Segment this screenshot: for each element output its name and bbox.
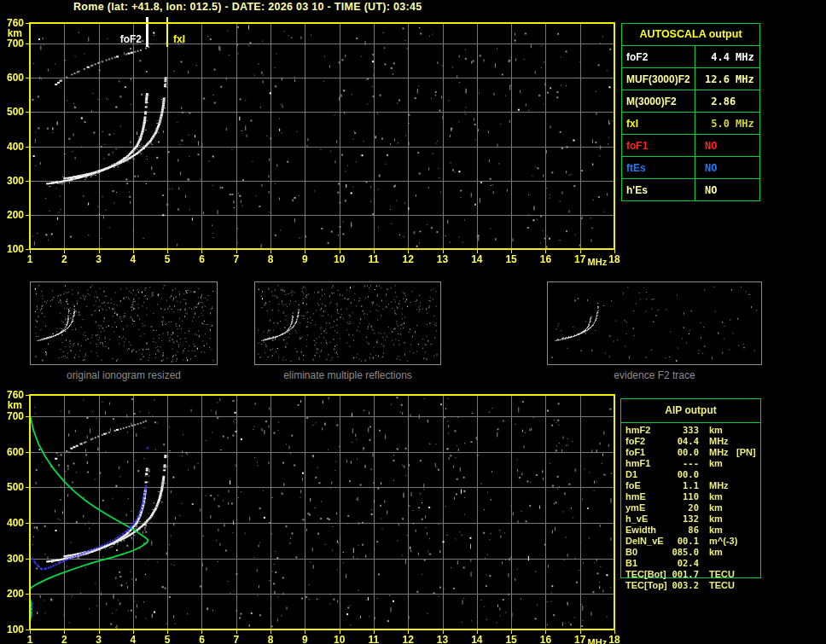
param-value: 02.4	[665, 558, 699, 568]
main-ionogram-plot	[0, 13, 623, 269]
param-name: B1	[625, 558, 637, 568]
param-unit: km	[709, 502, 723, 513]
table-row: D100.0	[620, 469, 761, 480]
thumbnail-eliminate-canvas	[255, 282, 440, 364]
autoscala-output-title: AUTOSCALA output	[622, 24, 759, 46]
param-value: 003.2	[665, 580, 699, 590]
param-name: h_vE	[625, 513, 648, 524]
table-row: B0085.0km	[620, 547, 761, 558]
param-value: 085.0	[665, 547, 699, 557]
param-name: B0	[625, 547, 637, 557]
thumbnail-caption: evidence F2 trace	[547, 369, 762, 381]
param-value: 132	[665, 513, 699, 524]
table-row: h_vE132km	[620, 513, 761, 525]
param-value: 5.0 MHz	[705, 118, 754, 130]
param-name: foF2	[625, 436, 645, 446]
param-name: ymE	[625, 502, 645, 513]
param-name: TEC[Bot]	[625, 569, 666, 579]
param-name: h'Es	[626, 184, 648, 196]
param-value: 00.0	[665, 469, 699, 479]
param-note: [PN]	[736, 447, 756, 457]
param-value: NO	[705, 140, 717, 152]
table-row: TEC[Bot]001.7TECU	[620, 569, 761, 580]
station-header: Rome (lat: +41.8, lon: 012.5) - DATE: 20…	[73, 1, 422, 13]
table-column-divider	[695, 45, 695, 200]
param-value: 001.7	[665, 569, 699, 579]
param-unit: TECU	[709, 569, 735, 579]
thumbnail-caption: eliminate multiple reflections	[254, 369, 441, 381]
table-row: ymE20km	[620, 502, 761, 513]
param-unit: km	[709, 525, 723, 535]
param-name: foF1	[626, 140, 648, 152]
param-name: hmF1	[625, 458, 650, 468]
param-value: 00.1	[665, 536, 699, 546]
table-row: hmF2333km	[620, 425, 761, 436]
param-name: DelN_vE	[625, 536, 664, 546]
param-value: 86	[665, 525, 699, 535]
param-unit: m^(-3)	[709, 536, 737, 546]
param-name: foE	[625, 480, 641, 490]
param-value: NO	[705, 162, 717, 174]
thumbnail-caption: original ionogram resized	[30, 369, 218, 381]
autoscala-window: Rome (lat: +41.8, lon: 012.5) - DATE: 20…	[0, 0, 826, 644]
param-name: TEC[Top]	[625, 580, 667, 590]
thumbnail-eliminate-reflections	[254, 281, 441, 365]
param-value: 4.4 MHz	[705, 51, 754, 63]
profile-ionogram-plot	[0, 388, 623, 644]
param-value: ---	[665, 458, 699, 468]
param-unit: km	[709, 425, 723, 435]
param-name: hmF2	[625, 425, 650, 435]
autoscala-output-table: AUTOSCALA output foF2 4.4 MHzMUF(3000)F2…	[621, 23, 760, 201]
thumbnail-original-canvas	[31, 282, 217, 364]
thumbnail-evidence-f2-trace	[547, 281, 762, 365]
param-unit: km	[709, 547, 723, 557]
param-value: 2.86	[705, 96, 736, 107]
param-value: 1.1	[665, 480, 699, 490]
thumbnail-evidence-canvas	[548, 282, 761, 364]
param-unit: TECU	[709, 580, 735, 590]
table-row: hmE110km	[620, 491, 761, 502]
param-name: MUF(3000)F2	[626, 73, 690, 85]
table-row: B102.4	[620, 558, 761, 569]
table-row: MUF(3000)F212.6 MHz	[622, 68, 759, 90]
param-value: NO	[705, 184, 717, 196]
param-value: 20	[665, 502, 699, 513]
param-name: fxI	[626, 118, 638, 130]
param-unit: MHz	[709, 436, 729, 446]
table-row: TEC[Top]003.2TECU	[620, 580, 761, 591]
param-value: 00.0	[665, 447, 699, 457]
param-name: foF2	[626, 51, 648, 63]
table-row: foF204.4MHz	[620, 436, 761, 447]
param-value: 04.4	[665, 436, 699, 446]
table-row: M(3000)F2 2.86	[622, 90, 759, 113]
param-unit: km	[709, 513, 723, 524]
param-name: foF1	[625, 447, 645, 457]
thumbnail-original-ionogram	[30, 281, 218, 365]
autoscala-output-rows: foF2 4.4 MHzMUF(3000)F212.6 MHzM(3000)F2…	[622, 46, 759, 200]
param-value: 333	[665, 425, 699, 435]
table-row: Ewidth86km	[620, 525, 761, 536]
param-name: M(3000)F2	[626, 96, 677, 107]
param-unit: km	[709, 458, 723, 468]
table-row: foF2 4.4 MHz	[622, 46, 759, 68]
param-value: 12.6 MHz	[705, 73, 754, 85]
param-value: 110	[665, 491, 699, 502]
table-row: hmF1---km	[620, 458, 761, 469]
table-row: fxI 5.0 MHz	[622, 113, 759, 135]
param-name: hmE	[625, 491, 646, 502]
param-name: ftEs	[626, 162, 646, 174]
param-name: Ewidth	[625, 525, 656, 535]
table-row: foF1NO	[622, 135, 759, 157]
aip-output-rows: hmF2333kmfoF204.4MHzfoF100.0MHz[PN]hmF1-…	[620, 425, 761, 591]
table-row: h'EsNO	[622, 179, 759, 200]
table-row: foE1.1MHz	[620, 480, 761, 491]
table-row: ftEsNO	[622, 157, 759, 179]
aip-output-title: AIP output	[621, 399, 760, 423]
param-unit: km	[709, 491, 723, 502]
param-unit: MHz	[709, 480, 729, 490]
table-row: foF100.0MHz[PN]	[620, 447, 761, 458]
param-name: D1	[625, 469, 637, 479]
param-unit: MHz	[709, 447, 729, 457]
table-row: DelN_vE00.1m^(-3)	[620, 536, 761, 547]
